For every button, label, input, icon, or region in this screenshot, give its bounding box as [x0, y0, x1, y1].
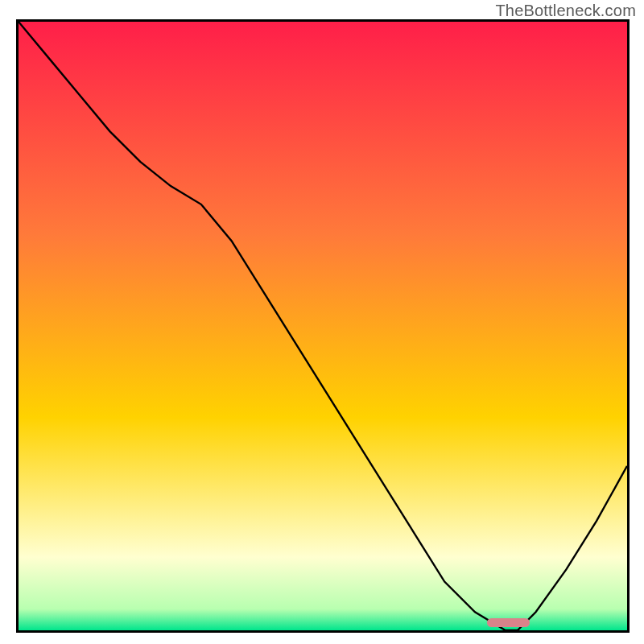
watermark-text: TheBottleneck.com: [495, 2, 636, 20]
plot-area: [16, 19, 630, 633]
bottleneck-curve: [19, 22, 627, 630]
bottleneck-chart: TheBottleneck.com: [0, 0, 644, 644]
optimum-range-marker: [487, 618, 530, 627]
